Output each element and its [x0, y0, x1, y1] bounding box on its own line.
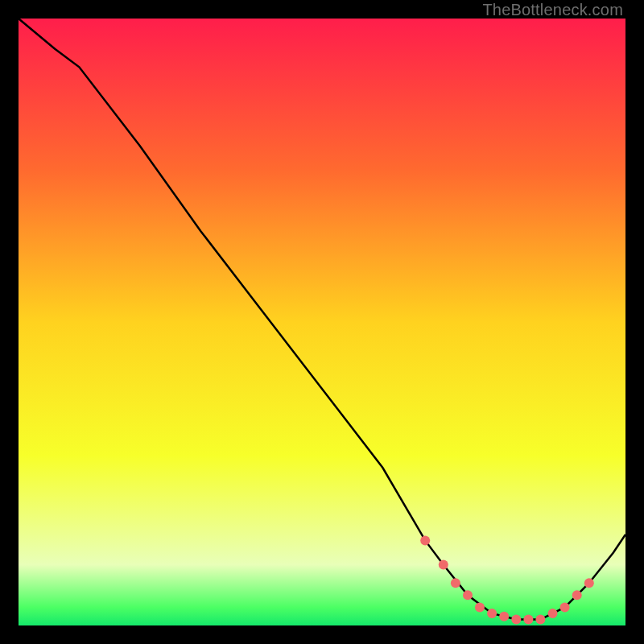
marker-point [511, 615, 521, 625]
marker-point [548, 609, 558, 618]
bottleneck-chart [19, 19, 625, 625]
marker-point [572, 590, 582, 600]
chart-frame [19, 19, 625, 625]
marker-point [439, 560, 448, 570]
marker-point [451, 578, 460, 588]
marker-point [420, 535, 430, 545]
marker-point [475, 602, 485, 612]
marker-point [523, 615, 533, 625]
marker-point [487, 609, 497, 618]
marker-point [584, 578, 594, 588]
marker-point [463, 590, 473, 600]
marker-point [560, 602, 570, 612]
gradient-background [19, 19, 625, 625]
watermark-text: TheBottleneck.com [482, 1, 623, 19]
marker-point [499, 612, 509, 621]
marker-point [535, 615, 545, 625]
